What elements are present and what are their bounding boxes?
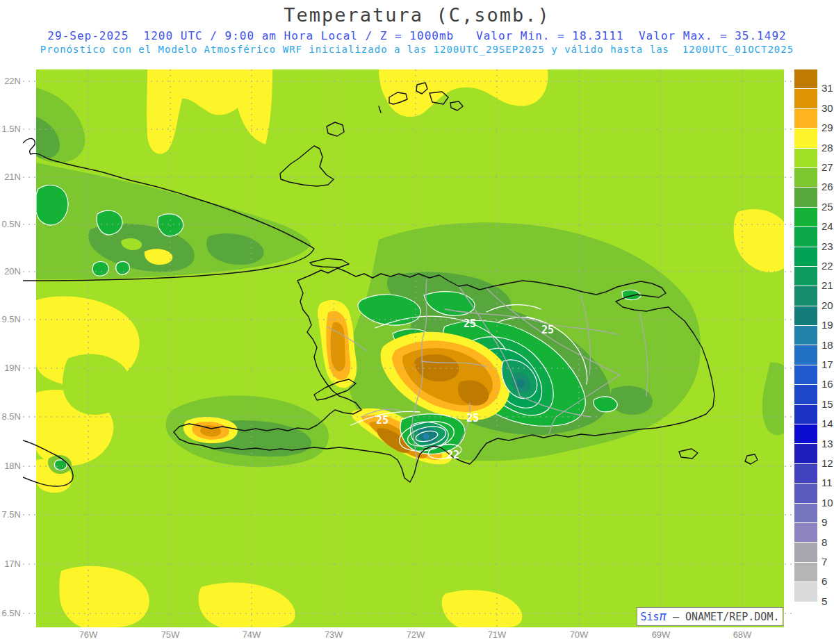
sispi-brand: Sis [641, 611, 660, 623]
pi-symbol: π [660, 609, 667, 623]
colorbar-segment [794, 602, 817, 621]
lat-tick-label: 8.5N [0, 411, 21, 422]
lat-tick-label: 1.5N [0, 124, 21, 134]
colorbar-segment [794, 306, 817, 325]
colorbar-segment [794, 168, 817, 187]
lon-tick-label: 72W [400, 629, 432, 640]
colorbar-tick-label: 7 [821, 556, 827, 568]
colorbar-tick-label: 25 [821, 201, 833, 213]
colorbar-tick-label: 12 [821, 457, 833, 469]
colorbar-tick-label: 13 [821, 438, 833, 449]
lon-tick-label: 68W [726, 629, 758, 640]
colorbar-tick-label: 21 [821, 279, 833, 291]
colorbar-tick-label: 27 [821, 161, 833, 173]
colorbar-tick-label: 16 [821, 378, 833, 390]
colorbar-segment [794, 385, 817, 404]
colorbar-segment [794, 582, 817, 601]
lat-tick-label: 20N [0, 266, 21, 276]
colorbar-tick-label: 17 [821, 358, 833, 370]
lat-tick-label: 7.5N [0, 509, 21, 520]
credit-box: Sisπ – ONAMET/REP.DOM. [637, 607, 783, 626]
colorbar-tick-label: 5 [821, 595, 827, 607]
map-canvas: 2525252522 [0, 0, 834, 644]
colorbar-tick-label: 30 [821, 102, 833, 114]
lon-tick-label: 74W [236, 629, 268, 640]
lat-tick-label: 0.5N [0, 219, 21, 229]
colorbar-tick-label: 11 [821, 477, 833, 488]
colorbar-segment [794, 424, 817, 443]
colorbar-segment [794, 208, 817, 226]
colorbar-segment [794, 405, 817, 424]
lat-tick-label: 17N [0, 559, 21, 569]
colorbar-tick-label: 26 [821, 181, 833, 192]
lat-tick-label: 18N [0, 461, 21, 471]
colorbar: 3130292827262524232221201918171615141312… [794, 69, 834, 622]
colorbar-tick-label: 19 [821, 319, 833, 331]
colorbar-segment [794, 129, 817, 147]
lat-tick-label: 19N [0, 363, 21, 373]
lat-tick-label: 6.5N [0, 608, 21, 618]
colorbar-segment [794, 188, 817, 206]
colorbar-segment [794, 484, 817, 502]
contour-label: 25 [541, 324, 554, 336]
lon-tick-label: 69W [645, 629, 677, 640]
colorbar-segment [794, 464, 817, 483]
lon-tick-label: 76W [72, 629, 104, 640]
lon-tick-label: 73W [318, 629, 350, 640]
colorbar-segment [794, 345, 817, 364]
colorbar-tick-label: 20 [821, 299, 833, 311]
colorbar-segment [794, 247, 817, 266]
colorbar-tick-label: 23 [821, 240, 833, 252]
colorbar-segment [794, 326, 817, 345]
colorbar-segment [794, 267, 817, 286]
lat-tick-label: 21N [0, 172, 21, 182]
lat-tick-label: 22N [0, 76, 21, 86]
colorbar-segment [794, 543, 817, 561]
contour-label: 22 [447, 449, 459, 461]
colorbar-tick-label: 24 [821, 220, 833, 232]
colorbar-tick-label: 8 [821, 536, 827, 548]
colorbar-tick-label: 29 [821, 122, 833, 133]
colorbar-segment [794, 444, 817, 463]
contour-label: 25 [376, 414, 389, 427]
colorbar-tick-label: 10 [821, 497, 833, 509]
colorbar-segment [794, 563, 817, 581]
temperature-field [35, 69, 792, 627]
colorbar-segment [794, 286, 817, 305]
colorbar-segment [794, 109, 817, 128]
colorbar-tick-label: 28 [821, 142, 833, 154]
colorbar-segment [794, 523, 817, 542]
colorbar-tick-label: 22 [821, 260, 833, 272]
lon-tick-label: 70W [563, 629, 595, 640]
colorbar-tick-label: 18 [821, 339, 833, 351]
colorbar-segment [794, 227, 817, 246]
weather-map-page: Temperatura (C,somb.) 29-Sep-2025 1200 U… [0, 0, 834, 644]
colorbar-segment [794, 149, 817, 167]
contour-label: 25 [466, 412, 479, 424]
colorbar-tick-label: 6 [821, 575, 827, 587]
colorbar-tick-label: 9 [821, 516, 827, 528]
colorbar-segment [794, 365, 817, 384]
colorbar-segment [794, 89, 817, 108]
colorbar-tick-label: 31 [821, 82, 833, 94]
colorbar-tick-label: 15 [821, 398, 833, 410]
colorbar-segment [794, 504, 817, 522]
lat-tick-label: 9.5N [0, 314, 21, 324]
credit-text: – ONAMET/REP.DOM. [667, 611, 780, 623]
lon-tick-label: 71W [481, 629, 513, 640]
lon-tick-label: 75W [154, 629, 186, 640]
colorbar-tick-label: 14 [821, 418, 833, 429]
contour-label: 25 [464, 317, 476, 330]
colorbar-segment [794, 69, 817, 88]
